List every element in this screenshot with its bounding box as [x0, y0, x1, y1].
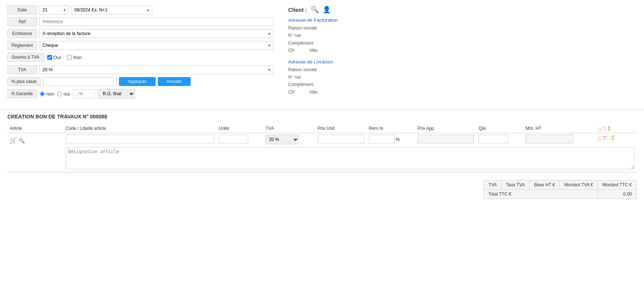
total-label: Total TTC € [484, 189, 598, 199]
reglement-select[interactable]: Cheque [39, 41, 273, 50]
row-delete-icon[interactable]: ▽ [603, 135, 607, 141]
facturation-ville: Ville [309, 47, 317, 54]
article-unite-cell [217, 133, 263, 146]
annuler-button[interactable]: Annuler [158, 77, 191, 86]
client-add-icon[interactable]: 👤 [323, 6, 331, 14]
th-unite: Unité [217, 124, 263, 133]
row-add-icon[interactable]: △ [598, 135, 602, 141]
total-row: Total TTC € 0.00 [484, 189, 637, 199]
designation-cell [64, 146, 637, 172]
th-actions: △ ▽ Σ [596, 124, 637, 133]
section-title: CREATION BON DE TRAVAUX N° 000088 [7, 114, 637, 120]
article-mnt-ht-input[interactable] [525, 135, 573, 144]
article-unite-input[interactable] [219, 135, 248, 144]
facturation-cp: CP [288, 47, 294, 54]
facturation-raison: Raison sociale [288, 24, 637, 32]
article-tva-cell: 20 % [263, 133, 316, 146]
echeance-label: Echéance [7, 29, 37, 38]
livraison-ville: Ville [309, 89, 317, 96]
sum-icon[interactable]: Σ [607, 125, 611, 131]
soumis-tva-label: Soumis à TVA [7, 53, 44, 62]
garantie-oui-radio[interactable]: oui [57, 91, 70, 97]
ref-label: Ref [7, 17, 37, 26]
row-copy-icon[interactable]: □ [607, 135, 610, 141]
tva-select[interactable]: 20 % [39, 65, 273, 74]
article-prix-unit-input[interactable] [318, 135, 364, 144]
garantie-percent-input[interactable] [73, 89, 95, 98]
rem-percent: % [395, 137, 400, 142]
add-row-icon[interactable]: △ [598, 125, 602, 131]
livraison-rue: N° rue [288, 73, 637, 81]
garantie-non-radio[interactable]: non [40, 91, 54, 97]
article-icon-cell: 🛒 🔍 [7, 133, 64, 146]
th-prix-app: Prix App. [415, 124, 477, 133]
client-search-icon[interactable]: 🔍 [311, 6, 319, 14]
reglement-label: Règlement [7, 41, 37, 50]
cart-icon[interactable]: 🛒 [10, 137, 17, 144]
th-tva: TVA [263, 124, 316, 133]
article-prix-app-input[interactable] [418, 135, 474, 144]
article-qte-cell [476, 133, 523, 146]
row-actions: △ ▽ □ Σ [596, 133, 637, 146]
summary-table: TVA Taux TVA Base HT € Montant TVA € Mon… [484, 180, 637, 199]
non-checkbox[interactable]: Non [67, 55, 82, 60]
designation-row [7, 146, 637, 172]
th-qte: Qté [476, 124, 523, 133]
plus-value-label: % plus value [7, 77, 41, 86]
th-prix-unit: Prix Unit. [316, 124, 367, 133]
summary-section: TVA Taux TVA Base HT € Montant TVA € Mon… [7, 180, 637, 199]
row-sum-icon[interactable]: Σ [611, 135, 615, 141]
livraison-link[interactable]: Adresse de Livraison [288, 59, 637, 65]
article-table: Article Code / Libellé article Unité TVA… [7, 124, 637, 173]
garantie-label: R.Garantie [7, 89, 37, 98]
ref-input[interactable] [39, 17, 273, 26]
article-prix-app-cell [415, 133, 477, 146]
summary-base-header: Base HT € [529, 180, 559, 189]
plus-value-input[interactable] [43, 77, 117, 86]
article-mnt-ht-cell [523, 133, 596, 146]
livraison-cp: CP [288, 89, 294, 96]
th-rem: Rem.% [367, 124, 415, 133]
facturation-complement: Complément [288, 39, 637, 47]
summary-montant-ttc-header: Montant TTC € [598, 180, 637, 189]
article-qte-input[interactable] [478, 135, 508, 144]
appliquer-button[interactable]: Appliquer [119, 77, 156, 86]
client-title: Client : [288, 7, 307, 13]
th-code: Code / Libellé article [64, 124, 217, 133]
th-mnt-ht: Mnt. HT [523, 124, 596, 133]
facturation-link[interactable]: Adresse de Facturation [288, 17, 637, 23]
echeance-select[interactable]: A réception de la facture [39, 29, 273, 38]
facturation-rue: N° rue [288, 32, 637, 39]
month-select[interactable]: 08/2024 Ex. N+1 [71, 6, 152, 14]
remove-row-icon[interactable]: ▽ [603, 125, 607, 131]
date-label: Date [7, 6, 37, 14]
table-row: 🛒 🔍 20 % [7, 133, 637, 146]
article-search-icon[interactable]: 🔍 [18, 138, 25, 144]
article-code-input[interactable] [66, 135, 214, 144]
designation-textarea[interactable] [66, 147, 634, 169]
th-article: Article [7, 124, 64, 133]
article-prix-unit-cell [316, 133, 367, 146]
garantie-final-select[interactable]: R.G. final [98, 89, 135, 99]
summary-montant-tva-header: Montant TVA € [559, 180, 597, 189]
livraison-complement: Complément [288, 81, 637, 88]
livraison-raison: Raison sociale [288, 66, 637, 73]
oui-checkbox[interactable]: Oui [47, 55, 61, 60]
summary-tva-header: TVA [484, 180, 501, 189]
tva-label: TVA [7, 65, 37, 74]
article-code-cell [64, 133, 217, 146]
summary-taux-header: Taux TVA [501, 180, 529, 189]
article-tva-select[interactable]: 20 % [266, 135, 299, 144]
article-rem-input[interactable] [369, 135, 395, 144]
date-select[interactable]: 21 [39, 6, 69, 14]
total-value: 0.00 [598, 189, 637, 199]
designation-spacer [7, 146, 64, 172]
article-rem-cell: % [367, 133, 415, 146]
